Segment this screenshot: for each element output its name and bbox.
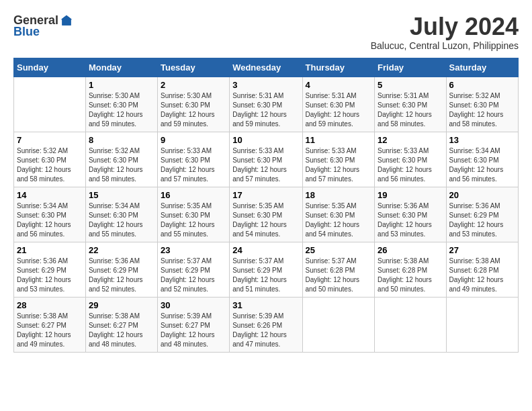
day-cell-14: 14Sunrise: 5:34 AM Sunset: 6:30 PM Dayli…: [14, 187, 86, 242]
day-info: Sunrise: 5:31 AM Sunset: 6:30 PM Dayligh…: [306, 91, 372, 129]
day-cell-19: 19Sunrise: 5:36 AM Sunset: 6:30 PM Dayli…: [375, 187, 446, 242]
day-info: Sunrise: 5:35 AM Sunset: 6:30 PM Dayligh…: [161, 201, 226, 239]
day-info: Sunrise: 5:37 AM Sunset: 6:29 PM Dayligh…: [232, 257, 299, 294]
header-monday: Monday: [85, 58, 157, 77]
day-number: 23: [161, 245, 226, 255]
day-cell-25: 25Sunrise: 5:37 AM Sunset: 6:28 PM Dayli…: [302, 242, 375, 297]
week-row-1: 1Sunrise: 5:30 AM Sunset: 6:30 PM Daylig…: [14, 77, 519, 132]
logo-icon: [60, 14, 73, 28]
day-info: Sunrise: 5:31 AM Sunset: 6:30 PM Dayligh…: [232, 91, 299, 129]
day-number: 22: [89, 245, 154, 255]
day-cell-30: 30Sunrise: 5:39 AM Sunset: 6:27 PM Dayli…: [157, 297, 229, 352]
day-cell-15: 15Sunrise: 5:34 AM Sunset: 6:30 PM Dayli…: [85, 187, 157, 242]
header-sunday: Sunday: [14, 58, 86, 77]
header-tuesday: Tuesday: [157, 58, 229, 77]
day-number: 25: [306, 245, 372, 255]
day-number: 11: [306, 135, 372, 145]
day-number: 19: [378, 190, 443, 200]
calendar-subtitle: Balucuc, Central Luzon, Philippines: [371, 40, 519, 51]
day-number: 24: [232, 245, 299, 255]
week-row-2: 7Sunrise: 5:32 AM Sunset: 6:30 PM Daylig…: [14, 132, 519, 187]
logo: General Blue: [13, 13, 73, 39]
empty-cell: [302, 297, 375, 352]
day-cell-6: 6Sunrise: 5:32 AM Sunset: 6:30 PM Daylig…: [446, 77, 518, 132]
day-cell-9: 9Sunrise: 5:33 AM Sunset: 6:30 PM Daylig…: [157, 132, 229, 187]
day-number: 9: [161, 135, 226, 145]
day-info: Sunrise: 5:34 AM Sunset: 6:30 PM Dayligh…: [89, 201, 154, 239]
day-number: 6: [449, 80, 515, 90]
day-info: Sunrise: 5:36 AM Sunset: 6:29 PM Dayligh…: [449, 201, 515, 239]
day-info: Sunrise: 5:32 AM Sunset: 6:30 PM Dayligh…: [17, 146, 83, 184]
day-number: 26: [378, 245, 443, 255]
svg-marker-0: [61, 15, 73, 25]
day-cell-16: 16Sunrise: 5:35 AM Sunset: 6:30 PM Dayli…: [157, 187, 229, 242]
day-info: Sunrise: 5:38 AM Sunset: 6:27 PM Dayligh…: [17, 312, 83, 349]
logo-blue: Blue: [13, 25, 40, 39]
day-cell-28: 28Sunrise: 5:38 AM Sunset: 6:27 PM Dayli…: [14, 297, 86, 352]
day-number: 14: [17, 190, 83, 200]
day-number: 10: [232, 135, 299, 145]
day-number: 18: [306, 190, 372, 200]
day-number: 20: [449, 190, 515, 200]
day-info: Sunrise: 5:34 AM Sunset: 6:30 PM Dayligh…: [449, 146, 515, 184]
day-cell-26: 26Sunrise: 5:38 AM Sunset: 6:28 PM Dayli…: [375, 242, 446, 297]
day-cell-10: 10Sunrise: 5:33 AM Sunset: 6:30 PM Dayli…: [230, 132, 302, 187]
day-cell-7: 7Sunrise: 5:32 AM Sunset: 6:30 PM Daylig…: [14, 132, 86, 187]
day-number: 2: [161, 80, 226, 90]
day-cell-4: 4Sunrise: 5:31 AM Sunset: 6:30 PM Daylig…: [302, 77, 375, 132]
week-row-5: 28Sunrise: 5:38 AM Sunset: 6:27 PM Dayli…: [14, 297, 519, 352]
day-cell-21: 21Sunrise: 5:36 AM Sunset: 6:29 PM Dayli…: [14, 242, 86, 297]
day-number: 15: [89, 190, 154, 200]
day-number: 8: [89, 135, 154, 145]
day-number: 1: [89, 80, 154, 90]
day-info: Sunrise: 5:39 AM Sunset: 6:27 PM Dayligh…: [161, 312, 226, 349]
header-wednesday: Wednesday: [230, 58, 302, 77]
day-number: 29: [89, 300, 154, 310]
day-cell-24: 24Sunrise: 5:37 AM Sunset: 6:29 PM Dayli…: [230, 242, 302, 297]
day-number: 27: [449, 245, 515, 255]
day-number: 7: [17, 135, 83, 145]
day-number: 4: [306, 80, 372, 90]
day-cell-1: 1Sunrise: 5:30 AM Sunset: 6:30 PM Daylig…: [85, 77, 157, 132]
day-info: Sunrise: 5:32 AM Sunset: 6:30 PM Dayligh…: [449, 91, 515, 129]
day-number: 21: [17, 245, 83, 255]
calendar-table: SundayMondayTuesdayWednesdayThursdayFrid…: [13, 58, 519, 353]
day-info: Sunrise: 5:38 AM Sunset: 6:27 PM Dayligh…: [89, 312, 154, 349]
day-cell-31: 31Sunrise: 5:39 AM Sunset: 6:26 PM Dayli…: [230, 297, 302, 352]
day-number: 5: [378, 80, 443, 90]
day-info: Sunrise: 5:33 AM Sunset: 6:30 PM Dayligh…: [161, 146, 226, 184]
header-row: SundayMondayTuesdayWednesdayThursdayFrid…: [14, 58, 519, 77]
day-cell-22: 22Sunrise: 5:36 AM Sunset: 6:29 PM Dayli…: [85, 242, 157, 297]
day-info: Sunrise: 5:38 AM Sunset: 6:28 PM Dayligh…: [378, 257, 443, 294]
week-row-4: 21Sunrise: 5:36 AM Sunset: 6:29 PM Dayli…: [14, 242, 519, 297]
day-info: Sunrise: 5:37 AM Sunset: 6:28 PM Dayligh…: [306, 257, 372, 294]
day-number: 17: [232, 190, 299, 200]
empty-cell: [446, 297, 518, 352]
day-cell-5: 5Sunrise: 5:31 AM Sunset: 6:30 PM Daylig…: [375, 77, 446, 132]
empty-cell: [14, 77, 86, 132]
day-info: Sunrise: 5:33 AM Sunset: 6:30 PM Dayligh…: [306, 146, 372, 184]
day-cell-20: 20Sunrise: 5:36 AM Sunset: 6:29 PM Dayli…: [446, 187, 518, 242]
day-info: Sunrise: 5:35 AM Sunset: 6:30 PM Dayligh…: [232, 201, 299, 239]
day-cell-3: 3Sunrise: 5:31 AM Sunset: 6:30 PM Daylig…: [230, 77, 302, 132]
title-section: July 2024 Balucuc, Central Luzon, Philip…: [371, 13, 519, 51]
calendar-title: July 2024: [371, 13, 519, 40]
day-cell-23: 23Sunrise: 5:37 AM Sunset: 6:29 PM Dayli…: [157, 242, 229, 297]
day-info: Sunrise: 5:36 AM Sunset: 6:29 PM Dayligh…: [17, 257, 83, 294]
day-number: 13: [449, 135, 515, 145]
day-info: Sunrise: 5:37 AM Sunset: 6:29 PM Dayligh…: [161, 257, 226, 294]
day-info: Sunrise: 5:35 AM Sunset: 6:30 PM Dayligh…: [306, 201, 372, 239]
day-cell-8: 8Sunrise: 5:32 AM Sunset: 6:30 PM Daylig…: [85, 132, 157, 187]
day-info: Sunrise: 5:33 AM Sunset: 6:30 PM Dayligh…: [232, 146, 299, 184]
page-header: General Blue July 2024 Balucuc, Central …: [13, 13, 519, 51]
day-cell-2: 2Sunrise: 5:30 AM Sunset: 6:30 PM Daylig…: [157, 77, 229, 132]
day-number: 31: [232, 300, 299, 310]
day-info: Sunrise: 5:30 AM Sunset: 6:30 PM Dayligh…: [161, 91, 226, 129]
header-saturday: Saturday: [446, 58, 518, 77]
week-row-3: 14Sunrise: 5:34 AM Sunset: 6:30 PM Dayli…: [14, 187, 519, 242]
day-cell-29: 29Sunrise: 5:38 AM Sunset: 6:27 PM Dayli…: [85, 297, 157, 352]
day-number: 30: [161, 300, 226, 310]
day-info: Sunrise: 5:38 AM Sunset: 6:28 PM Dayligh…: [449, 257, 515, 294]
day-info: Sunrise: 5:39 AM Sunset: 6:26 PM Dayligh…: [232, 312, 299, 349]
day-info: Sunrise: 5:36 AM Sunset: 6:30 PM Dayligh…: [378, 201, 443, 239]
